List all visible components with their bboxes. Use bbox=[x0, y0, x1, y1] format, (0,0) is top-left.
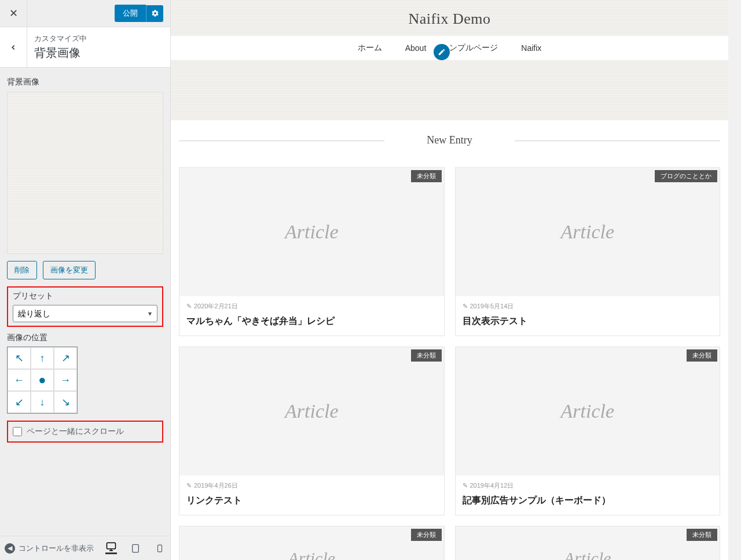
position-top-center[interactable]: ↑ bbox=[31, 347, 54, 369]
customizer-sidebar: ✕ 公開 カスタマイズ中 背景画像 背景画像 削除 画像を変更 bbox=[0, 0, 171, 560]
position-bottom-center[interactable]: ↓ bbox=[31, 391, 54, 413]
preset-select[interactable]: 繰り返し bbox=[13, 305, 157, 322]
chevron-left-icon bbox=[9, 43, 17, 51]
svg-rect-0 bbox=[107, 543, 116, 549]
change-image-button[interactable]: 画像を変更 bbox=[43, 261, 96, 279]
bg-image-preview[interactable] bbox=[7, 92, 163, 254]
nav-about[interactable]: About bbox=[405, 43, 427, 53]
article-thumbnail: Article bbox=[456, 347, 720, 476]
svg-rect-3 bbox=[133, 544, 139, 552]
category-tag[interactable]: 未分類 bbox=[411, 349, 442, 362]
customizing-label: カスタマイズ中 bbox=[34, 34, 87, 44]
article-card[interactable]: 未分類 Article bbox=[455, 526, 721, 560]
pencil-icon bbox=[438, 48, 446, 56]
position-center-left[interactable]: ← bbox=[8, 369, 31, 391]
article-card[interactable]: 未分類 Article ✎2019年4月12日 記事別広告サンプル（キーボード） bbox=[455, 347, 721, 515]
section-title: 背景画像 bbox=[34, 45, 87, 61]
svg-rect-5 bbox=[158, 545, 162, 552]
article-card[interactable]: 未分類 Article bbox=[179, 526, 445, 560]
nav-naifix[interactable]: Naifix bbox=[521, 43, 541, 53]
article-date: 2019年4月26日 bbox=[194, 481, 238, 490]
preset-label: プリセット bbox=[13, 291, 157, 301]
article-title: 記事別広告サンプル（キーボード） bbox=[456, 492, 720, 515]
category-tag[interactable]: 未分類 bbox=[687, 529, 717, 541]
site-title[interactable]: Naifix Demo bbox=[171, 0, 728, 36]
article-card[interactable]: ブログのこととか Article ✎2019年5月14日 目次表示テスト bbox=[455, 167, 721, 336]
gear-icon bbox=[151, 9, 159, 17]
nav-sample[interactable]: ンプルページ bbox=[449, 43, 498, 53]
back-button[interactable] bbox=[0, 27, 27, 67]
position-label: 画像の位置 bbox=[7, 333, 163, 343]
close-customizer-button[interactable]: ✕ bbox=[0, 0, 27, 27]
position-top-left[interactable]: ↖ bbox=[8, 347, 31, 369]
section-heading: New Entry bbox=[179, 134, 720, 146]
pencil-icon: ✎ bbox=[463, 482, 468, 489]
article-title: マルちゃん「やきそば弁当」レシピ bbox=[179, 313, 444, 336]
category-tag[interactable]: ブログのこととか bbox=[655, 170, 717, 182]
collapse-icon: ◀ bbox=[5, 543, 15, 554]
position-center[interactable]: ● bbox=[31, 369, 54, 391]
nav-home[interactable]: ホーム bbox=[358, 43, 382, 53]
category-tag[interactable]: 未分類 bbox=[687, 349, 717, 362]
tablet-icon bbox=[131, 544, 140, 553]
article-thumbnail: Article bbox=[179, 347, 444, 476]
collapse-label: コントロールを非表示 bbox=[19, 543, 94, 554]
scroll-with-page-label: ページと一緒にスクロール bbox=[27, 426, 124, 437]
article-date: 2020年2月21日 bbox=[194, 302, 238, 311]
pencil-icon: ✎ bbox=[186, 303, 192, 310]
article-date: 2019年5月14日 bbox=[470, 302, 514, 311]
position-grid: ↖ ↑ ↗ ← ● → ↙ ↓ ↘ bbox=[7, 347, 78, 414]
preview-pane: Naifix Demo ホーム About ンプルページ Naifix New … bbox=[171, 0, 728, 560]
publish-button[interactable]: 公開 bbox=[115, 5, 146, 22]
article-title: 目次表示テスト bbox=[456, 313, 720, 336]
pencil-icon: ✎ bbox=[186, 482, 192, 489]
pencil-icon: ✎ bbox=[463, 303, 468, 310]
remove-image-button[interactable]: 削除 bbox=[7, 261, 37, 279]
article-card[interactable]: 未分類 Article ✎2019年4月26日 リンクテスト bbox=[179, 347, 445, 515]
article-card[interactable]: 未分類 Article ✎2020年2月21日 マルちゃん「やきそば弁当」レシピ bbox=[179, 167, 445, 336]
preview-scroll[interactable]: Naifix Demo ホーム About ンプルページ Naifix New … bbox=[171, 0, 728, 560]
main-nav: ホーム About ンプルページ Naifix bbox=[171, 36, 728, 60]
article-thumbnail: Article bbox=[456, 526, 720, 560]
edit-shortcut-button[interactable] bbox=[434, 44, 450, 60]
device-tablet-button[interactable] bbox=[130, 543, 141, 554]
collapse-controls-button[interactable]: ◀ コントロールを非表示 bbox=[5, 543, 101, 554]
article-thumbnail: Article bbox=[179, 168, 444, 296]
position-center-right[interactable]: → bbox=[54, 369, 77, 391]
desktop-icon bbox=[106, 541, 116, 552]
position-bottom-left[interactable]: ↙ bbox=[8, 391, 31, 413]
publish-settings-button[interactable] bbox=[146, 5, 163, 22]
scroll-with-page-checkbox[interactable] bbox=[13, 427, 22, 436]
device-desktop-button[interactable] bbox=[105, 543, 117, 554]
bg-image-heading: 背景画像 bbox=[7, 77, 163, 87]
article-thumbnail: Article bbox=[456, 168, 720, 296]
category-tag[interactable]: 未分類 bbox=[411, 529, 442, 541]
mobile-icon bbox=[156, 544, 164, 552]
position-top-right[interactable]: ↗ bbox=[54, 347, 77, 369]
category-tag[interactable]: 未分類 bbox=[411, 170, 442, 182]
scroll-highlight: ページと一緒にスクロール bbox=[7, 421, 163, 443]
preset-highlight: プリセット 繰り返し ▾ bbox=[7, 286, 163, 327]
article-thumbnail: Article bbox=[179, 526, 444, 560]
article-date: 2019年4月12日 bbox=[470, 481, 514, 490]
device-mobile-button[interactable] bbox=[154, 543, 166, 554]
position-bottom-right[interactable]: ↘ bbox=[54, 391, 77, 413]
article-title: リンクテスト bbox=[179, 492, 444, 515]
